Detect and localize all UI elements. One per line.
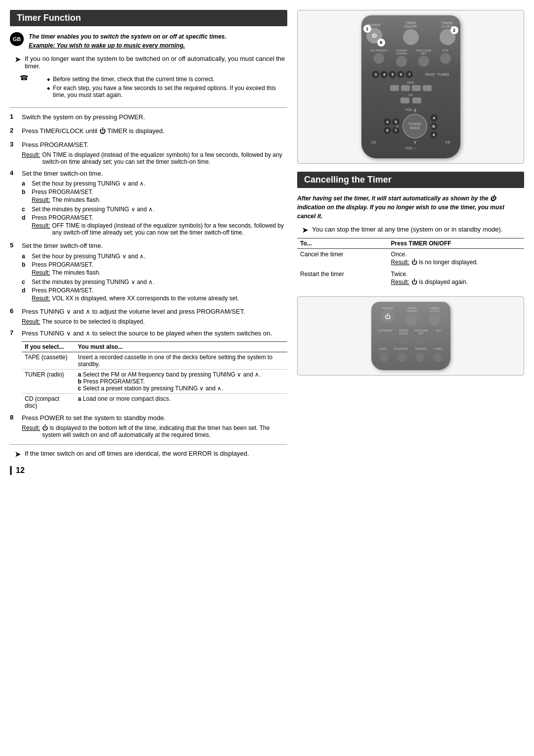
cancelling-arrow-block: ➤ You can stop the timer at any time (sy… <box>302 226 524 234</box>
eq-preset-btn <box>373 53 384 64</box>
small-cd-repeat <box>398 353 406 362</box>
final-arrow-text: If the timer switch on and off times are… <box>25 450 249 457</box>
small-timer-clock <box>429 314 441 326</box>
cd-btn-2 <box>412 97 421 103</box>
number-row: 3 4 5 6 7 ON/ST TUNER <box>366 71 455 78</box>
step-5c: c Set the minutes by pressing TUNING ∨ a… <box>22 279 287 285</box>
cancel-col1-header: To... <box>297 238 388 249</box>
cancel-table: To... Press TIMER ON/OFF Cancel the time… <box>297 238 524 288</box>
note-bullet-2: For each step, you have a few seconds to… <box>47 85 287 98</box>
step-6-text: Press TUNING ∨ and ∧ to adjust the volum… <box>22 307 287 317</box>
intro-arrow-block: ➤ If you no longer want the system to be… <box>15 55 287 70</box>
left-column: Timer Function GB The timer enables you … <box>10 10 287 475</box>
tuner-instruction: a Select the FM or AM frequency band by … <box>75 369 287 393</box>
note-bullet-list: Before setting the timer, check that the… <box>47 76 287 100</box>
step-4-substeps: a Set the hour by pressing TUNING ∨ and … <box>22 180 287 237</box>
small-sound <box>399 335 408 344</box>
step-4b: b Press PROGRAM/SET. Result: The minutes… <box>22 189 287 204</box>
tape-stop <box>412 85 421 91</box>
power-group: POWER ⏻ 1 8 <box>366 23 382 44</box>
badge-4: 4 <box>380 71 388 78</box>
cancelling-arrow-text: You can stop the timer at any time (syst… <box>312 226 502 233</box>
divider-2 <box>10 444 287 445</box>
step-4: 4 Set the timer switch-on time. a Set th… <box>10 169 287 239</box>
step-5a: a Set the hour by pressing TUNING ∨ and … <box>22 253 287 260</box>
step-5d: d Press PROGRAM/SET. Result: VOL XX is d… <box>22 287 287 303</box>
final-arrow-icon: ➤ <box>15 450 21 458</box>
step-4c: c Set the minutes by pressing TUNING ∨ a… <box>22 206 287 213</box>
step-2-text: Press TIMER/CLOCK until ⏻ TIMER is displ… <box>22 127 287 136</box>
small-power-btn: ⏻ <box>381 310 395 324</box>
cancelling-section: Cancelling the Timer After having set th… <box>297 172 524 288</box>
step-3-text: Press PROGRAM/SET. <box>22 141 287 150</box>
badge-6: 6 <box>397 71 404 78</box>
step-6: 6 Press TUNING ∨ and ∧ to adjust the vol… <box>10 307 287 326</box>
aux-btn <box>440 53 451 64</box>
right-column: POWER ⏻ 1 8 TIMERON/OFF TIM <box>297 10 524 475</box>
timer-clock-group: TIMER/CLOCK 2 <box>440 21 455 45</box>
program-set-btn <box>418 56 429 67</box>
step-8-result: Result: ⏻ is displayed to the bottom lef… <box>22 425 287 438</box>
remote-illustration-top: POWER ⏻ 1 8 TIMERON/OFF TIM <box>297 10 524 164</box>
step-5: 5 Set the timer switch-off time. a Set t… <box>10 241 287 304</box>
remote-small-row-4 <box>375 353 446 362</box>
step-8-text: Press POWER to set the system to standby… <box>22 414 287 423</box>
tape-instruction: Insert a recorded cassette in one of the… <box>75 352 287 369</box>
selection-table: If you select... You must also... TAPE (… <box>22 341 287 411</box>
step-1: 1 Switch the system on by pressing POWER… <box>10 113 287 124</box>
remote-small-row-3: SLEEP CD REPEAT MONO/ST TUNER <box>375 347 446 350</box>
cd-label: CD (compact disc) <box>22 393 75 411</box>
badge-2: 2 <box>450 26 458 34</box>
cd-row <box>366 97 455 103</box>
cancel-row-1: Cancel the timer Once. Result: ⏻ is no l… <box>297 249 524 269</box>
intro-arrow-text: If you no longer want the system to be s… <box>25 55 287 70</box>
timer-section-header: Timer Function <box>10 10 287 26</box>
small-sleep <box>380 353 389 362</box>
note-bullet-1: Before setting the timer, check that the… <box>47 76 287 83</box>
tuning-dial: TUNINGMODE <box>402 114 427 139</box>
tape-label: TAPE (cassette) <box>22 352 75 369</box>
cancel-row-2: Restart the timer Twice. Result: ⏻ is di… <box>297 269 524 288</box>
remote-top: POWER ⏻ 1 8 TIMERON/OFF TIM <box>361 15 460 158</box>
small-mono-st <box>415 353 424 362</box>
tuning-area: 4 5 6 7 TUNINGMODE <box>366 114 455 139</box>
badge-1: 1 <box>363 25 371 33</box>
remote-wrapper-top: POWER ⏻ 1 8 TIMERON/OFF TIM <box>361 15 460 158</box>
step-5b: b Press PROGRAM/SET. Result: The minutes… <box>22 261 287 277</box>
step-5-text: Set the timer switch-off time. <box>22 241 287 251</box>
tape-transport <box>366 85 455 91</box>
step-4-text: Set the timer switch-on time. <box>22 169 287 179</box>
page-layout: Timer Function GB The timer enables you … <box>10 10 524 475</box>
cancel-label-1: Cancel the timer <box>297 249 388 269</box>
step-6-result: Result: The source to be selected is dis… <box>22 318 287 325</box>
remote-small-row-2: EQ PRESET POWERSOUND PROGRAMSET AUX <box>375 329 446 345</box>
cancelling-intro: After having set the timer, it will star… <box>297 194 524 221</box>
final-arrow-block: ➤ If the timer switch on and off times a… <box>15 450 287 458</box>
timer-on-off-button <box>403 29 419 45</box>
small-program <box>417 335 426 344</box>
power-sound-btn <box>396 56 407 67</box>
step-2: 2 Press TIMER/CLOCK until ⏻ TIMER is dis… <box>10 127 287 138</box>
step-7: 7 Press TUNING ∨ and ∧ to select the sou… <box>10 329 287 411</box>
select-table-col2-header: You must also... <box>75 341 287 352</box>
badge-3: 3 <box>372 71 379 78</box>
tuner-label: TUNER (radio) <box>22 369 75 393</box>
small-eq <box>381 332 390 341</box>
remote-illustration-bottom: POWER ⏻ TIMERON/OFF TIMER/CLOCK <box>297 296 524 376</box>
power-button: ⏻ 1 8 <box>366 28 382 44</box>
cancel-col2-header: Press TIMER ON/OFF <box>388 238 524 249</box>
cancel-instruction-1: Once. Result: ⏻ is no longer displayed. <box>388 249 524 269</box>
table-row-tuner: TUNER (radio) a Select the FM or AM freq… <box>22 369 287 393</box>
arrow-icon: ➤ <box>15 55 21 63</box>
page-number: 12 <box>10 466 287 475</box>
step-7-text: Press TUNING ∨ and ∧ to select the sourc… <box>22 329 287 338</box>
remote-top-row: POWER ⏻ 1 8 TIMERON/OFF TIM <box>366 21 455 45</box>
divider-1 <box>10 107 287 108</box>
badge-8: 8 <box>377 39 385 47</box>
step-3: 3 Press PROGRAM/SET. Result: ON TIME is … <box>10 141 287 166</box>
select-table-col1-header: If you select... <box>22 341 75 352</box>
remote-small-top-row: POWER ⏻ TIMERON/OFF TIMER/CLOCK <box>375 307 446 327</box>
note-icon: ☎ <box>20 74 28 82</box>
table-row-cd: CD (compact disc) a Load one or more com… <box>22 393 287 411</box>
tape-rew <box>390 85 399 91</box>
